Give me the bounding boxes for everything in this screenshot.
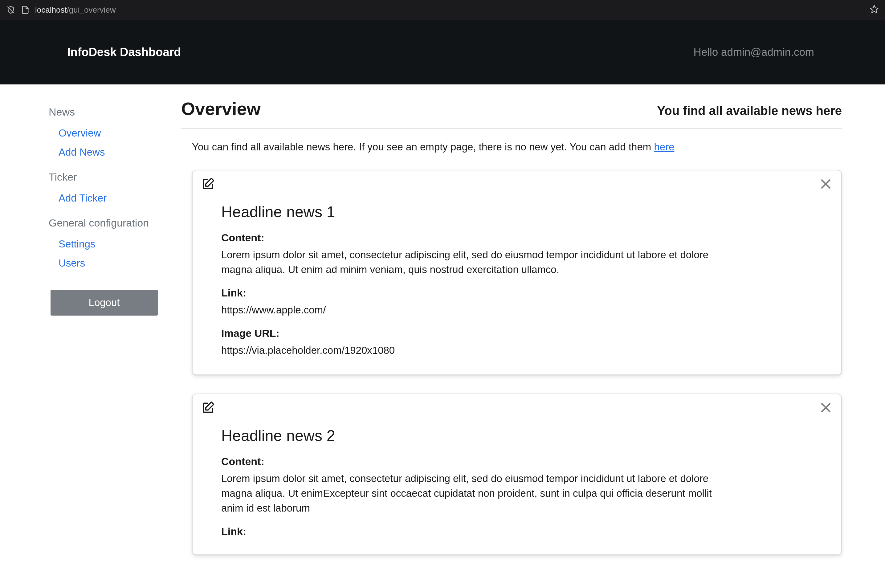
content-value: Lorem ipsum dolor sit amet, consectetur … <box>221 471 720 516</box>
app-title: InfoDesk Dashboard <box>67 46 181 59</box>
sidebar-item-add-news[interactable]: Add News <box>49 142 163 162</box>
content-label: Content: <box>221 232 813 244</box>
link-value: https://www.apple.com/ <box>221 303 720 317</box>
sidebar-item-settings[interactable]: Settings <box>49 234 163 254</box>
nav-group-general: General configuration <box>49 217 163 229</box>
url-path: /gui_overview <box>67 5 116 15</box>
user-greeting: Hello admin@admin.com <box>693 46 814 58</box>
sidebar-item-users[interactable]: Users <box>49 254 163 273</box>
image-url-value: https://via.placeholder.com/1920x1080 <box>221 343 720 358</box>
news-card: Headline news 1 Content: Lorem ipsum dol… <box>192 170 842 375</box>
sidebar-item-add-ticker[interactable]: Add Ticker <box>49 189 163 208</box>
edit-icon <box>201 401 215 414</box>
logout-button[interactable]: Logout <box>51 290 158 316</box>
svg-marker-1 <box>870 6 878 13</box>
intro-add-link[interactable]: here <box>654 141 674 153</box>
app-header: InfoDesk Dashboard Hello admin@admin.com <box>0 20 885 84</box>
image-url-label: Image URL: <box>221 327 813 339</box>
content-value: Lorem ipsum dolor sit amet, consectetur … <box>221 248 720 277</box>
close-button[interactable] <box>819 401 832 414</box>
main-content: Overview You find all available news her… <box>172 95 842 573</box>
link-label: Link: <box>221 287 813 299</box>
content-label: Content: <box>221 456 813 468</box>
sidebar: News Overview Add News Ticker Add Ticker… <box>39 95 172 573</box>
page-title: Overview <box>181 98 261 119</box>
shield-off-icon <box>6 5 15 15</box>
link-label: Link: <box>221 525 813 537</box>
page-icon <box>21 6 30 14</box>
bookmark-star-icon[interactable] <box>870 4 879 15</box>
close-button[interactable] <box>819 177 832 191</box>
edit-button[interactable] <box>201 401 215 414</box>
news-headline: Headline news 1 <box>221 203 813 221</box>
nav-group-news: News <box>49 106 163 118</box>
intro-text: You can find all available news here. If… <box>192 141 842 153</box>
url-host: localhost <box>35 5 67 15</box>
page-head: Overview You find all available news her… <box>181 95 842 129</box>
close-icon <box>819 401 832 414</box>
nav-group-ticker: Ticker <box>49 171 163 183</box>
news-headline: Headline news 2 <box>221 427 813 445</box>
edit-button[interactable] <box>201 177 215 191</box>
browser-address-bar: localhost/gui_overview <box>0 0 885 20</box>
intro-body: You can find all available news here. If… <box>192 141 654 153</box>
url-display[interactable]: localhost/gui_overview <box>35 5 864 15</box>
news-card: Headline news 2 Content: Lorem ipsum dol… <box>192 393 842 555</box>
sidebar-item-overview[interactable]: Overview <box>49 124 163 142</box>
edit-icon <box>201 177 215 191</box>
close-icon <box>819 177 832 191</box>
page-subtitle: You find all available news here <box>657 104 842 118</box>
